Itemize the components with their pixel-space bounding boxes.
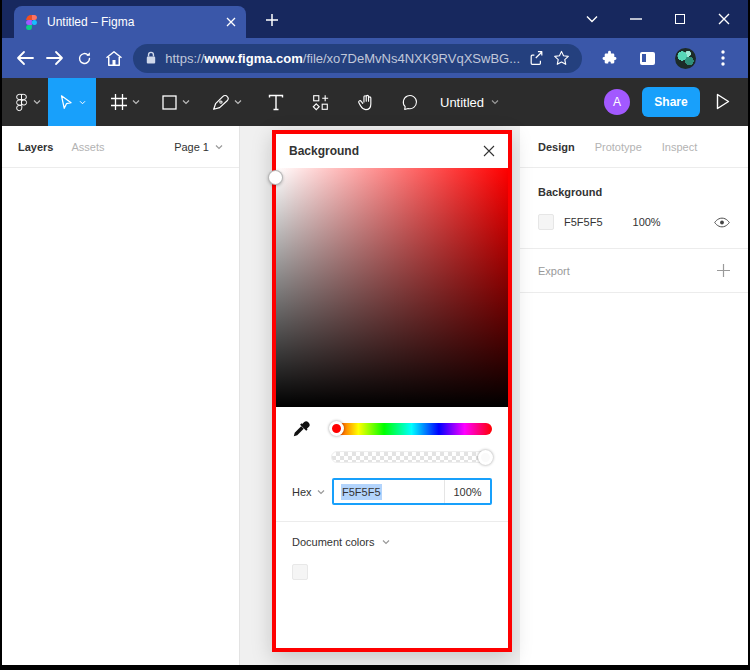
page-selector[interactable]: Page 1: [174, 141, 223, 153]
chevron-down-icon: [491, 99, 499, 105]
saturation-value-area[interactable]: [276, 168, 508, 407]
new-tab-button[interactable]: [260, 10, 284, 30]
tab-layers[interactable]: Layers: [18, 141, 53, 153]
file-title-label: Untitled: [440, 95, 484, 110]
frame-icon: [111, 94, 127, 110]
shape-tool-button[interactable]: [155, 78, 197, 126]
fill-row: F5F5F5 100%: [538, 214, 730, 230]
chevron-down-icon: [215, 144, 223, 150]
frame-tool-button[interactable]: [104, 78, 147, 126]
url-text[interactable]: https://www.figma.com/file/xo7DeMvNs4NXK…: [165, 51, 520, 66]
chevron-down-icon: [182, 99, 190, 105]
document-color-swatch[interactable]: [292, 564, 308, 580]
text-tool-button[interactable]: [261, 78, 291, 126]
window-controls: [570, 0, 746, 38]
pen-icon: [212, 94, 229, 111]
figma-toolbar: Untitled A Share: [2, 78, 748, 126]
document-colors-label: Document colors: [292, 536, 375, 548]
forward-button[interactable]: [40, 43, 70, 73]
tab-inspect[interactable]: Inspect: [662, 141, 697, 153]
hand-tool-button[interactable]: [350, 78, 382, 126]
play-icon: [716, 93, 730, 110]
hex-label: Hex: [292, 486, 312, 498]
close-window-button[interactable]: [702, 0, 746, 38]
minimize-button[interactable]: [614, 0, 658, 38]
tab-design[interactable]: Design: [538, 141, 575, 153]
figma-favicon-icon: [26, 14, 37, 29]
cursor-icon: [59, 94, 74, 111]
resources-tool-button[interactable]: [305, 78, 336, 126]
tab-title: Untitled – Figma: [47, 15, 218, 29]
file-title-menu[interactable]: Untitled: [440, 78, 499, 126]
resources-icon: [312, 94, 329, 111]
canvas-area: Layers Assets Page 1 Design Prototype In…: [2, 126, 748, 665]
chevron-down-icon: [382, 539, 390, 545]
fill-color-swatch[interactable]: [538, 214, 554, 230]
home-button[interactable]: [99, 43, 129, 73]
hex-input-field[interactable]: F5F5F5 100%: [332, 478, 492, 505]
pen-tool-button[interactable]: [205, 78, 249, 126]
properties-tabs: Design Prototype Inspect: [520, 126, 748, 168]
color-picker-dialog: Background: [272, 130, 512, 652]
chevron-down-icon: [234, 99, 242, 105]
bookmark-star-icon[interactable]: [553, 50, 570, 66]
opacity-slider[interactable]: [331, 451, 492, 463]
color-picker-header: Background: [276, 134, 508, 168]
tab-search-chevron-icon[interactable]: [570, 0, 614, 38]
color-selector-handle[interactable]: [268, 170, 283, 185]
add-export-button[interactable]: [717, 264, 730, 277]
main-menu-button[interactable]: [8, 78, 48, 126]
close-picker-icon[interactable]: [483, 145, 495, 157]
navbar-right-icons: [592, 43, 740, 73]
page-selector-label: Page 1: [174, 141, 209, 153]
hue-slider[interactable]: [331, 423, 492, 435]
eyedropper-icon[interactable]: [292, 420, 314, 438]
chevron-down-icon: [33, 99, 41, 105]
tab-close-icon[interactable]: [226, 17, 236, 27]
back-button[interactable]: [10, 43, 40, 73]
hue-handle[interactable]: [329, 421, 344, 436]
hex-row: Hex F5F5F5 100%: [292, 478, 492, 505]
hand-icon: [357, 93, 375, 112]
reload-button[interactable]: [70, 43, 100, 73]
browser-tab[interactable]: Untitled – Figma: [14, 6, 246, 38]
comment-tool-button[interactable]: [394, 78, 425, 126]
fill-opacity-value[interactable]: 100%: [633, 216, 661, 228]
properties-panel: Design Prototype Inspect Background F5F5…: [520, 126, 748, 665]
share-button[interactable]: Share: [642, 87, 700, 117]
lock-icon[interactable]: [145, 51, 157, 65]
collaborator-avatar[interactable]: A: [604, 89, 630, 115]
browser-profile-avatar[interactable]: [668, 43, 702, 73]
color-picker-title: Background: [289, 144, 483, 158]
document-colors-selector[interactable]: Document colors: [292, 536, 492, 548]
move-tool-button[interactable]: [48, 78, 96, 126]
selected-hex-text: F5F5F5: [341, 484, 382, 500]
browser-window: Untitled – Figma: [2, 0, 748, 665]
tab-assets[interactable]: Assets: [71, 141, 104, 153]
address-bar[interactable]: https://www.figma.com/file/xo7DeMvNs4NXK…: [133, 44, 582, 73]
opacity-handle[interactable]: [478, 450, 493, 465]
avatar-initial: A: [613, 95, 621, 109]
picker-controls: Hex F5F5F5 100% Document colors: [276, 407, 508, 580]
fill-hex-value[interactable]: F5F5F5: [564, 216, 603, 228]
opacity-input-value[interactable]: 100%: [444, 480, 490, 503]
chevron-down-icon: [317, 489, 325, 495]
background-section-title: Background: [538, 186, 730, 198]
url-protocol: https://: [165, 51, 204, 66]
tab-prototype[interactable]: Prototype: [595, 141, 642, 153]
chevron-down-icon: [132, 99, 140, 105]
hue-row: [292, 420, 492, 438]
url-path: /file/xo7DeMvNs4NXK9RVqXSwBG...: [303, 51, 520, 66]
present-button[interactable]: [716, 93, 730, 110]
hex-input-value[interactable]: F5F5F5: [334, 486, 444, 498]
rectangle-icon: [162, 95, 177, 110]
text-icon: [268, 94, 284, 111]
extensions-puzzle-icon[interactable]: [592, 43, 626, 73]
side-panel-icon[interactable]: [630, 43, 664, 73]
maximize-button[interactable]: [658, 0, 702, 38]
visibility-eye-icon[interactable]: [714, 217, 730, 228]
share-page-icon[interactable]: [528, 50, 545, 66]
color-mode-selector[interactable]: Hex: [292, 486, 325, 498]
chevron-down-icon: [79, 100, 86, 105]
browser-menu-dots-icon[interactable]: [706, 43, 740, 73]
